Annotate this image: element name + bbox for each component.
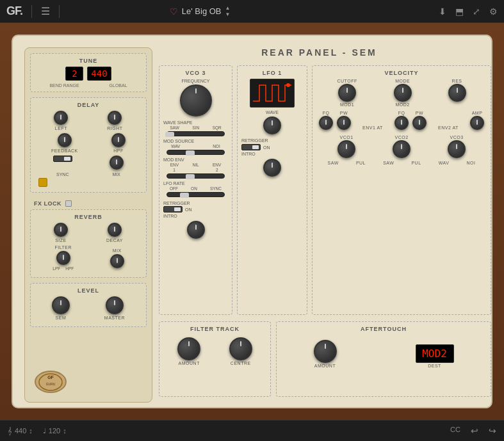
delay-hpf-label: HPF <box>113 148 124 153</box>
level-sem-knob[interactable] <box>52 296 70 314</box>
delay-feedback-label: FEEDBACK <box>51 148 78 153</box>
fx-lock-row: FX LOCK <box>30 198 147 209</box>
vco3-n1-label: 1 <box>173 168 175 172</box>
main-area: REAR PANEL - SEM VCO 3 FREQUENCY WAVE SH… <box>159 47 480 403</box>
reverb-mix-knob[interactable] <box>110 254 124 268</box>
login-icon[interactable]: ⬒ <box>455 6 464 17</box>
app-logo: GF. <box>6 4 22 18</box>
tune-section: TUNE 2 440 BEND RANGE GLOBAL <box>30 53 147 92</box>
vco3-on2-label: ON <box>185 207 192 212</box>
vco3-noi-label: NOI <box>213 144 220 148</box>
bpm-icon: ♩ <box>43 427 46 435</box>
vel-fq-env2-knob[interactable] <box>394 116 409 130</box>
level-master-knob[interactable] <box>106 296 124 314</box>
redo-button[interactable]: ↪ <box>489 426 496 436</box>
vco3-on-label: ON <box>191 186 197 191</box>
preset-down-arrow[interactable]: ▼ <box>225 12 231 18</box>
delay-right-knob[interactable] <box>108 111 122 125</box>
reverb-section: REVERB SIZE DECAY FILTER <box>30 209 147 278</box>
reverb-decay-knob[interactable] <box>108 223 122 237</box>
lfo1-wave-knob[interactable] <box>263 116 281 134</box>
cc-button[interactable]: CC <box>450 426 460 436</box>
aftertouch-dest-label: DEST <box>428 364 441 368</box>
delay-label: DELAY <box>35 102 142 108</box>
divider2 <box>59 5 60 18</box>
level-label: LEVEL <box>35 287 142 294</box>
reverb-hpf-label: HPF <box>65 266 74 271</box>
preset-area: ♡ Le' Big OB ▲ ▼ <box>170 5 231 18</box>
velocity-section: VELOCITY CUTOFF MOD1 MODE MOD2 R <box>312 65 491 315</box>
settings-icon[interactable]: ⚙ <box>489 6 498 17</box>
vel-vco2-label: VCO2 <box>394 135 408 140</box>
filter-track-centre-knob[interactable] <box>229 337 252 360</box>
vco3-wav-label: WAV <box>171 144 180 148</box>
vel-mode-knob[interactable] <box>394 84 412 102</box>
bpm-indicator: ♩ 120 ↕ <box>43 427 67 435</box>
vco3-retrigger-switch[interactable] <box>163 206 183 212</box>
download-icon[interactable]: ⬇ <box>439 6 446 17</box>
bpm-arrows[interactable]: ↕ <box>63 427 67 435</box>
vel-vco3-knob[interactable] <box>448 140 466 158</box>
vco3-freq-label: FREQUENCY <box>163 79 228 83</box>
expand-icon[interactable]: ⤢ <box>473 6 480 17</box>
reverb-filter-knob[interactable] <box>56 251 70 265</box>
undo-button[interactable]: ↩ <box>471 426 478 436</box>
fx-lock-checkbox[interactable] <box>65 200 72 207</box>
lfo1-intro-knob[interactable] <box>263 159 281 177</box>
menu-icon[interactable]: ☰ <box>41 5 50 17</box>
tune-display[interactable]: 440 <box>87 67 111 81</box>
aftertouch-amount-knob[interactable] <box>314 340 337 363</box>
delay-hpf-knob[interactable] <box>111 133 126 147</box>
delay-feedback-knob[interactable] <box>58 133 72 147</box>
tune-arrows[interactable]: ↕ <box>29 427 33 435</box>
preset-up-arrow[interactable]: ▲ <box>225 5 231 12</box>
vco3-saw-label: SAW <box>170 125 179 130</box>
vel-pul-label: PUL <box>356 161 366 165</box>
delay-left-knob[interactable] <box>54 111 68 125</box>
reverb-label: REVERB <box>35 214 142 220</box>
vco3-intro-knob[interactable] <box>187 221 205 239</box>
vco3-sync-label: SYNC <box>210 186 222 191</box>
vel-fq-env1-knob[interactable] <box>319 116 333 130</box>
vel-res-label: RES <box>452 79 462 83</box>
vco3-frequency-knob[interactable] <box>180 84 212 116</box>
aftertouch-section: AFTERTOUCH AMOUNT MOD2 DEST <box>276 321 491 397</box>
delay-mix-knob[interactable] <box>110 156 124 170</box>
delay-sync-switch[interactable] <box>53 156 72 162</box>
preset-arrows[interactable]: ▲ ▼ <box>225 5 231 18</box>
vel-vco2-knob[interactable] <box>393 140 411 158</box>
vel-pw-env1-knob[interactable] <box>337 116 351 130</box>
vel-pw-env1-label: PW <box>340 111 348 115</box>
reverb-size-label: SIZE <box>55 238 67 243</box>
level-sem-label: SEM <box>56 316 67 320</box>
favorite-icon[interactable]: ♡ <box>170 6 178 17</box>
vel-saw2-label: SAW <box>383 161 394 165</box>
bend-display[interactable]: 2 <box>65 67 83 81</box>
fx-lock-label: FX LOCK <box>34 200 61 207</box>
filter-track-amount-knob[interactable] <box>177 337 200 360</box>
reverb-decay-label: DECAY <box>106 238 123 243</box>
vel-env1at-label: ENV1 AT <box>362 125 383 130</box>
vel-mod2-label: MOD2 <box>396 102 410 107</box>
vel-pw-env2-knob[interactable] <box>412 116 427 130</box>
tune-icon: 𝄞 <box>8 427 12 435</box>
vco3-section: VCO 3 FREQUENCY WAVE SHAPE SAW SIN SQR M… <box>159 65 232 315</box>
level-section: LEVEL SEM MASTER <box>30 283 147 327</box>
svg-text:GF: GF <box>47 375 54 380</box>
instrument-logo: GF GURU <box>35 371 67 393</box>
reverb-size-knob[interactable] <box>54 223 68 237</box>
vel-env2at-label: ENV2 AT <box>438 125 459 130</box>
delay-led-button[interactable] <box>38 178 47 187</box>
lfo1-retrigger-switch[interactable] <box>241 144 261 150</box>
delay-right-label: RIGHT <box>107 126 122 131</box>
aftertouch-dest-display[interactable]: MOD2 <box>416 344 454 363</box>
filter-track-centre-label: CENTRE <box>231 361 251 365</box>
lfo1-on-label: ON <box>263 145 270 150</box>
vel-res-knob[interactable] <box>448 84 466 102</box>
instrument-inner: TUNE 2 440 BEND RANGE GLOBAL DELAY LEFT <box>12 35 492 408</box>
vel-vco1-knob[interactable] <box>337 140 355 158</box>
vel-amp-knob[interactable] <box>470 116 484 130</box>
vel-cutoff-knob[interactable] <box>338 84 356 102</box>
tune-indicator: 𝄞 440 ↕ <box>8 427 33 435</box>
bend-range-label: BEND RANGE <box>49 83 79 88</box>
